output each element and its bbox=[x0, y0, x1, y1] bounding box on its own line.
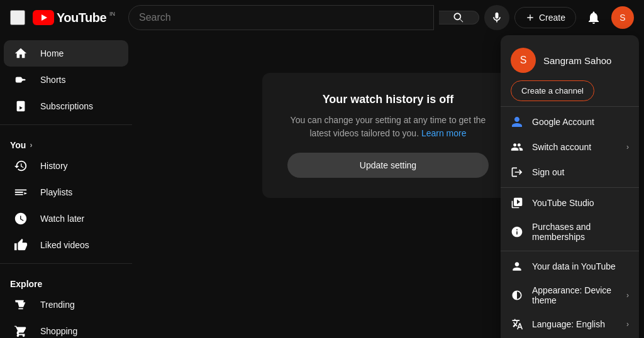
header: YouTube IN Create S bbox=[0, 0, 644, 35]
appearance-icon bbox=[511, 289, 523, 302]
appearance-chevron: › bbox=[626, 291, 629, 300]
you-chevron: › bbox=[30, 141, 32, 150]
sidebar-item-history[interactable]: History bbox=[4, 153, 128, 179]
user-dropdown-menu: S Sangram Sahoo Create a channel Google … bbox=[501, 35, 639, 338]
sidebar-item-trending[interactable]: Trending bbox=[4, 292, 128, 318]
sidebar-item-liked-videos[interactable]: Liked videos bbox=[4, 232, 128, 258]
explore-label: Explore bbox=[10, 279, 42, 289]
playlists-icon bbox=[14, 185, 28, 199]
switch-account-icon bbox=[511, 141, 523, 153]
sidebar-watch-later-label: Watch later bbox=[40, 214, 84, 224]
explore-section-title: Explore bbox=[0, 269, 132, 292]
shopping-icon bbox=[14, 324, 28, 338]
sidebar-playlists-label: Playlists bbox=[40, 187, 72, 197]
sign-out-icon bbox=[511, 166, 523, 178]
dropdown-item-language[interactable]: Language: English › bbox=[501, 312, 639, 337]
subscriptions-icon bbox=[14, 99, 28, 113]
bell-icon bbox=[586, 10, 601, 25]
dropdown-purchases-label: Purchases and memberships bbox=[532, 222, 629, 242]
dropdown-google-account-label: Google Account bbox=[532, 117, 629, 127]
dropdown-item-switch-account[interactable]: Switch account › bbox=[501, 134, 639, 160]
sidebar-home-label: Home bbox=[40, 48, 64, 58]
sidebar-subscriptions-label: Subscriptions bbox=[40, 101, 93, 111]
logo-badge: IN bbox=[109, 11, 115, 17]
sidebar-shorts-label: Shorts bbox=[40, 75, 65, 85]
create-button[interactable]: Create bbox=[514, 7, 576, 28]
watch-history-description: You can change your setting at any time … bbox=[287, 114, 489, 140]
header-left: YouTube IN bbox=[10, 10, 123, 25]
sidebar: Home Shorts Subscriptions You › History … bbox=[0, 35, 132, 338]
header-center bbox=[128, 5, 509, 30]
logo-area[interactable]: YouTube IN bbox=[33, 10, 115, 25]
search-icon bbox=[452, 11, 465, 24]
you-label: You bbox=[10, 140, 26, 150]
notifications-button[interactable] bbox=[581, 5, 606, 30]
search-bar bbox=[128, 5, 434, 30]
dropdown-appearance-label: Appearance: Device theme bbox=[532, 285, 618, 305]
sidebar-item-home[interactable]: Home bbox=[4, 40, 128, 67]
dropdown-item-sign-out[interactable]: Sign out bbox=[501, 160, 639, 185]
dropdown-sign-out-label: Sign out bbox=[532, 167, 629, 177]
dropdown-language-label: Language: English bbox=[532, 319, 618, 329]
dropdown-divider-1 bbox=[501, 106, 639, 107]
dropdown-your-data-label: Your data in YouTube bbox=[532, 261, 629, 271]
mic-button[interactable] bbox=[484, 5, 509, 30]
divider-2 bbox=[0, 263, 132, 264]
hamburger-button[interactable] bbox=[10, 10, 25, 25]
language-icon bbox=[511, 318, 523, 330]
dropdown-divider-2 bbox=[501, 187, 639, 188]
switch-account-chevron: › bbox=[626, 143, 629, 151]
dropdown-switch-account-label: Switch account bbox=[532, 142, 618, 152]
create-channel-button[interactable]: Create a channel bbox=[511, 80, 594, 101]
dropdown-item-your-data[interactable]: Your data in YouTube bbox=[501, 254, 639, 279]
dropdown-user-name: Sangram Sahoo bbox=[543, 55, 611, 66]
dropdown-item-youtube-studio[interactable]: YouTube Studio bbox=[501, 190, 639, 215]
create-icon bbox=[525, 13, 535, 23]
dropdown-avatar: S bbox=[511, 48, 536, 73]
user-avatar-button[interactable]: S bbox=[611, 6, 634, 29]
sidebar-item-watch-later[interactable]: Watch later bbox=[4, 205, 128, 232]
history-icon bbox=[14, 159, 28, 173]
dropdown-item-appearance[interactable]: Appearance: Device theme › bbox=[501, 279, 639, 312]
dropdown-item-purchases[interactable]: Purchases and memberships bbox=[501, 215, 639, 248]
your-data-icon bbox=[511, 260, 523, 273]
you-section-title[interactable]: You › bbox=[0, 130, 132, 153]
dropdown-item-google-account[interactable]: Google Account bbox=[501, 109, 639, 134]
purchases-icon bbox=[511, 226, 523, 238]
sidebar-liked-videos-label: Liked videos bbox=[40, 240, 89, 250]
header-right: Create S bbox=[514, 5, 634, 30]
watch-later-icon bbox=[14, 212, 28, 226]
sidebar-trending-label: Trending bbox=[40, 300, 75, 310]
dropdown-divider-3 bbox=[501, 251, 639, 251]
mic-icon bbox=[491, 11, 503, 24]
sidebar-item-playlists[interactable]: Playlists bbox=[4, 179, 128, 205]
shorts-icon bbox=[14, 73, 28, 87]
sidebar-item-shorts[interactable]: Shorts bbox=[4, 67, 128, 93]
youtube-logo-icon bbox=[33, 10, 54, 25]
trending-icon bbox=[14, 298, 28, 312]
logo-text: YouTube bbox=[57, 11, 106, 25]
search-input[interactable] bbox=[129, 6, 433, 30]
youtube-studio-icon bbox=[511, 197, 523, 209]
sidebar-history-label: History bbox=[40, 161, 68, 171]
dropdown-profile: S Sangram Sahoo bbox=[501, 40, 639, 78]
search-button[interactable] bbox=[439, 11, 479, 25]
google-account-icon bbox=[511, 116, 523, 128]
language-chevron: › bbox=[626, 320, 629, 329]
liked-videos-icon bbox=[14, 238, 28, 252]
sidebar-shopping-label: Shopping bbox=[40, 326, 77, 336]
home-icon bbox=[14, 46, 28, 60]
sidebar-item-shopping[interactable]: Shopping bbox=[4, 318, 128, 338]
update-setting-button[interactable]: Update setting bbox=[287, 153, 489, 178]
watch-history-title: Your watch history is off bbox=[287, 93, 489, 106]
learn-more-link[interactable]: Learn more bbox=[421, 128, 467, 138]
divider-1 bbox=[0, 124, 132, 125]
create-label: Create bbox=[539, 13, 565, 23]
sidebar-item-subscriptions[interactable]: Subscriptions bbox=[4, 93, 128, 119]
dropdown-youtube-studio-label: YouTube Studio bbox=[532, 198, 629, 208]
watch-history-card: Your watch history is off You can change… bbox=[262, 73, 514, 198]
